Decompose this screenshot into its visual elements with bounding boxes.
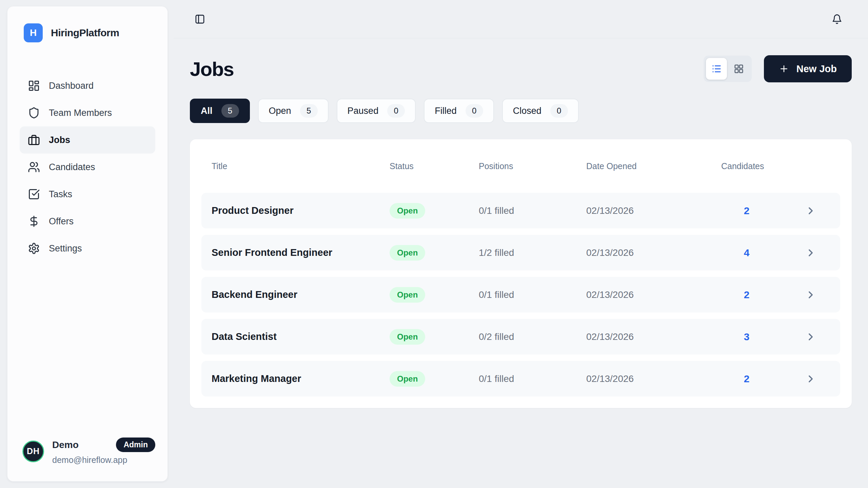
- status-badge: Open: [390, 203, 425, 219]
- filter-label: Paused: [348, 106, 379, 116]
- date-opened-cell: 02/13/2026: [586, 289, 721, 300]
- sidebar-item-jobs[interactable]: Jobs: [20, 126, 155, 154]
- chevron-right-icon[interactable]: [805, 331, 816, 343]
- content: Jobs: [174, 38, 868, 408]
- filter-paused[interactable]: Paused 0: [337, 99, 416, 123]
- date-opened-cell: 02/13/2026: [586, 205, 721, 216]
- filter-open[interactable]: Open 5: [258, 99, 329, 123]
- user-name: Demo: [52, 440, 79, 450]
- sidebar-item-label: Jobs: [49, 135, 70, 145]
- table-row[interactable]: Product Designer Open 0/1 filled 02/13/2…: [201, 193, 840, 228]
- sidebar-toggle-button[interactable]: [195, 14, 205, 24]
- sidebar: H HiringPlatform Dashboard Team Members …: [7, 6, 168, 482]
- users-icon: [28, 161, 40, 173]
- job-title: Senior Frontend Engineer: [212, 247, 390, 258]
- brand-logo-letter: H: [30, 27, 37, 38]
- sidebar-item-label: Settings: [49, 243, 82, 254]
- user-email: demo@hireflow.app: [52, 455, 155, 465]
- date-opened-cell: 02/13/2026: [586, 247, 721, 258]
- sidebar-nav: Dashboard Team Members Jobs Candidates T…: [20, 72, 155, 262]
- status-badge: Open: [390, 287, 425, 303]
- bell-icon: [832, 14, 842, 24]
- positions-cell: 0/1 filled: [479, 205, 586, 216]
- candidates-count[interactable]: 4: [721, 247, 772, 259]
- status-filters: All 5 Open 5 Paused 0 Filled 0 Closed 0: [190, 99, 852, 123]
- filter-label: Closed: [513, 106, 541, 116]
- sidebar-item-label: Offers: [49, 216, 74, 227]
- sidebar-item-settings[interactable]: Settings: [20, 235, 155, 262]
- page-header: Jobs: [190, 55, 852, 82]
- dashboard-icon: [28, 80, 40, 92]
- jobs-table-card: Title Status Positions Date Opened Candi…: [190, 139, 852, 408]
- filter-count-badge: 0: [466, 104, 483, 118]
- filter-all[interactable]: All 5: [190, 99, 250, 123]
- filter-count-badge: 5: [221, 104, 239, 118]
- date-opened-cell: 02/13/2026: [586, 331, 721, 342]
- page-title: Jobs: [190, 58, 234, 80]
- status-badge: Open: [390, 245, 425, 261]
- user-panel[interactable]: DH Demo Admin demo@hireflow.app: [20, 438, 155, 465]
- view-toggle: [704, 56, 752, 82]
- chevron-right-icon[interactable]: [805, 373, 816, 385]
- plus-icon: [779, 64, 789, 74]
- filter-closed[interactable]: Closed 0: [502, 99, 579, 123]
- topbar: [174, 0, 868, 38]
- filter-count-badge: 5: [300, 104, 318, 118]
- chevron-right-icon[interactable]: [805, 205, 816, 217]
- chevron-right-icon[interactable]: [805, 247, 816, 259]
- job-title: Data Scientist: [212, 331, 390, 342]
- sidebar-item-candidates[interactable]: Candidates: [20, 154, 155, 181]
- new-job-button[interactable]: New Job: [764, 55, 852, 82]
- column-header-status: Status: [390, 161, 479, 171]
- filter-label: Filled: [435, 106, 457, 116]
- candidates-count[interactable]: 2: [721, 373, 772, 385]
- notifications-button[interactable]: [832, 14, 842, 24]
- sidebar-item-dashboard[interactable]: Dashboard: [20, 72, 155, 99]
- status-badge: Open: [390, 371, 425, 387]
- grid-view-button[interactable]: [728, 58, 749, 80]
- chevron-right-icon[interactable]: [805, 289, 816, 301]
- check-square-icon: [28, 188, 40, 200]
- table-header: Title Status Positions Date Opened Candi…: [201, 139, 840, 193]
- table-row[interactable]: Backend Engineer Open 0/1 filled 02/13/2…: [201, 277, 840, 312]
- user-info: Demo Admin demo@hireflow.app: [52, 438, 155, 465]
- main-area: Jobs: [174, 0, 868, 488]
- filter-count-badge: 0: [550, 104, 568, 118]
- sidebar-item-label: Candidates: [49, 162, 95, 172]
- positions-cell: 1/2 filled: [479, 247, 586, 258]
- column-header-candidates: Candidates: [721, 161, 772, 171]
- sidebar-item-label: Dashboard: [49, 81, 94, 91]
- sidebar-item-offers[interactable]: Offers: [20, 208, 155, 235]
- positions-cell: 0/1 filled: [479, 289, 586, 300]
- sidebar-item-label: Tasks: [49, 189, 72, 200]
- new-job-label: New Job: [796, 63, 837, 75]
- dollar-icon: [28, 215, 40, 227]
- gear-icon: [28, 242, 40, 255]
- date-opened-cell: 02/13/2026: [586, 373, 721, 384]
- table-row[interactable]: Senior Frontend Engineer Open 1/2 filled…: [201, 235, 840, 270]
- sidebar-item-team-members[interactable]: Team Members: [20, 99, 155, 126]
- sidebar-item-tasks[interactable]: Tasks: [20, 181, 155, 208]
- column-header-date-opened: Date Opened: [586, 161, 721, 171]
- candidates-count[interactable]: 2: [721, 289, 772, 301]
- avatar: DH: [22, 441, 44, 462]
- job-title: Marketing Manager: [212, 373, 390, 384]
- column-header-positions: Positions: [479, 161, 586, 171]
- grid-icon: [734, 64, 744, 74]
- job-title: Product Designer: [212, 205, 390, 216]
- candidates-count[interactable]: 3: [721, 331, 772, 343]
- candidates-count[interactable]: 2: [721, 205, 772, 217]
- shield-icon: [28, 107, 40, 119]
- column-header-title: Title: [212, 161, 390, 171]
- brand-logo: H: [24, 23, 43, 42]
- positions-cell: 0/1 filled: [479, 373, 586, 384]
- filter-label: All: [201, 106, 213, 116]
- briefcase-icon: [28, 134, 40, 146]
- sidebar-item-label: Team Members: [49, 108, 112, 118]
- job-title: Backend Engineer: [212, 289, 390, 300]
- filter-filled[interactable]: Filled 0: [424, 99, 494, 123]
- status-badge: Open: [390, 329, 425, 345]
- list-view-button[interactable]: [706, 58, 727, 80]
- table-row[interactable]: Marketing Manager Open 0/1 filled 02/13/…: [201, 361, 840, 396]
- table-row[interactable]: Data Scientist Open 0/2 filled 02/13/202…: [201, 319, 840, 354]
